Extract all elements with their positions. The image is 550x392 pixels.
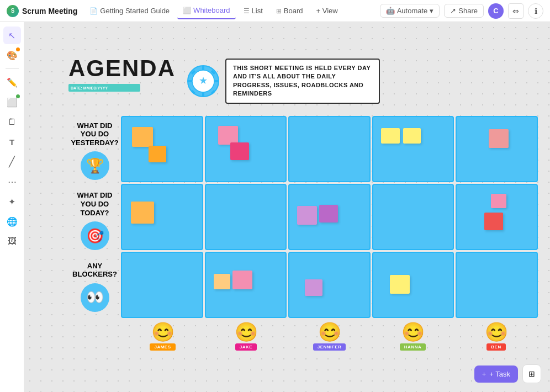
toolbar-globe[interactable]: 🌐 [3,213,21,230]
user-avatar[interactable]: C [488,3,504,19]
svg-text:★: ★ [199,75,208,86]
row-label-today: WHAT DID YOU DO TODAY? 🎯 [68,186,121,256]
row-label-yesterday-text: WHAT DID YOU DO YESTERDAY? [71,121,119,147]
cell-r2c2 [205,184,287,250]
app-logo[interactable]: S Scrum Meeting [7,5,77,17]
cell-r1c2 [205,116,287,182]
orange-dot [16,47,20,51]
doc-icon: 📄 [89,7,98,15]
sticky-note[interactable] [484,213,503,230]
whiteboard-icon: ⬜ [183,7,191,14]
fit-screen-button[interactable]: ⇔ [508,3,523,19]
eyes-icon: 👀 [81,283,109,312]
add-task-button[interactable]: + + Task [474,365,518,383]
info-icon: ℹ [535,7,537,15]
cell-r2c4 [372,184,454,250]
toolbar-sticky[interactable]: 🗒 [3,113,21,131]
canvas-area[interactable]: AGENDA DATE: MM/DD/YYYY [24,22,550,392]
svg-rect-4 [188,80,192,82]
toolbar-cursor[interactable]: ↖ [3,27,21,44]
automate-chevron: ▾ [430,7,433,15]
sticky-note[interactable] [149,146,166,162]
cell-r1c3 [288,116,371,182]
james-label: JAMES [150,343,175,351]
sticky-note[interactable] [297,206,317,225]
toolbar-pencil[interactable]: ✏️ [3,73,21,91]
tab-board-label: Board [284,7,303,15]
star-icon: ✦ [8,197,15,207]
green-dot [16,94,20,98]
agenda-description: ★ THIS SHORT MEETING IS HELD EVERY DAY A… [187,55,380,107]
tab-add-view[interactable]: + View [311,3,343,19]
header-actions: 🤖 Automate ▾ ↗ Share C ⇔ ℹ [380,3,543,19]
sticky-note[interactable] [131,202,154,224]
tab-board[interactable]: ⊞ Board [271,3,309,19]
agenda-desc-text: THIS SHORT MEETING IS HELD EVERY DAY AND… [225,59,380,104]
sticky-note[interactable] [305,279,322,296]
sticky-note[interactable] [491,194,506,208]
tab-whiteboard[interactable]: ⬜ Whiteboard [177,3,235,19]
avatar-jake: 😊 JAKE [204,322,288,351]
sticky-note[interactable] [403,128,421,144]
avatar-james: 😊 JAMES [121,322,204,351]
board-grid [121,116,538,318]
sticky-note[interactable] [319,205,338,223]
robot-icon: ★ [187,65,220,98]
cell-r1c5 [456,116,538,182]
share-button[interactable]: ↗ Share [444,4,484,18]
automate-button[interactable]: 🤖 Automate ▾ [380,4,440,18]
toolbar-divider-1 [6,68,19,69]
tab-whiteboard-label: Whiteboard [193,6,230,14]
grid-apps-button[interactable]: ⊞ [522,364,541,383]
toolbar-line[interactable]: ╱ [3,153,21,171]
list-icon: ☰ [244,7,250,15]
sticky-note[interactable] [390,275,410,294]
row-label-today-text: WHAT DID YOU DO TODAY? [71,191,119,217]
sticky-icon: 🗒 [8,117,17,127]
sticky-note[interactable] [232,271,252,289]
toolbar-shapes[interactable]: ⬜ [3,93,21,111]
sticky-note[interactable] [132,127,153,147]
sticky-note[interactable] [489,129,509,148]
agenda-title-block: AGENDA DATE: MM/DD/YYYY [68,55,176,92]
text-icon: T [9,137,14,147]
toolbar-text[interactable]: T [3,133,21,151]
tab-list-label: List [252,7,263,15]
app-title: Scrum Meeting [22,7,77,15]
cell-r3c3 [288,252,371,318]
toolbar-star[interactable]: ✦ [3,193,21,210]
tab-list[interactable]: ☰ List [238,3,268,19]
logo-icon: S [7,5,19,17]
ben-emoji: 😊 [485,322,508,341]
agenda-title: AGENDA [68,55,176,82]
bottom-right-actions: + + Task ⊞ [474,364,541,383]
sticky-note[interactable] [381,128,400,144]
sticky-note[interactable] [230,142,249,160]
share-icon: ↗ [450,7,456,15]
toolbar-image[interactable]: 🖼 [3,232,21,250]
cell-r2c1 [121,184,203,250]
share-label: Share [458,7,478,15]
cell-r2c5 [456,184,538,250]
avatar-jennifer: 😊 JENNIFER [288,322,371,351]
avatars-row: 😊 JAMES 😊 JAKE 😊 JENNIFER 😊 HANNA 😊 [68,322,538,351]
jennifer-emoji: 😊 [318,322,341,341]
sticky-note[interactable] [214,274,230,289]
agenda-date-bar: DATE: MM/DD/YYYY [68,84,140,92]
task-plus-icon: + [482,370,486,378]
paint-icon: 🎨 [7,50,18,61]
toolbar-connector[interactable]: ⋯ [3,173,21,190]
row-labels: WHAT DID YOU DO YESTERDAY? 🏆 WHAT DID YO… [68,116,121,318]
sticky-note[interactable] [218,126,238,145]
ben-label: BEN [486,343,505,351]
image-icon: 🖼 [8,236,17,246]
svg-rect-2 [202,66,204,70]
row-label-yesterday: WHAT DID YOU DO YESTERDAY? 🏆 [68,116,121,186]
automate-label: Automate [397,7,428,15]
info-button[interactable]: ℹ [528,3,543,19]
tab-getting-started[interactable]: 📄 Getting Started Guide [84,3,175,19]
toolbar-paint[interactable]: 🎨 [3,46,21,64]
connector-icon: ⋯ [8,177,17,187]
header: S Scrum Meeting 📄 Getting Started Guide … [0,0,550,22]
board-icon: ⊞ [276,7,282,15]
